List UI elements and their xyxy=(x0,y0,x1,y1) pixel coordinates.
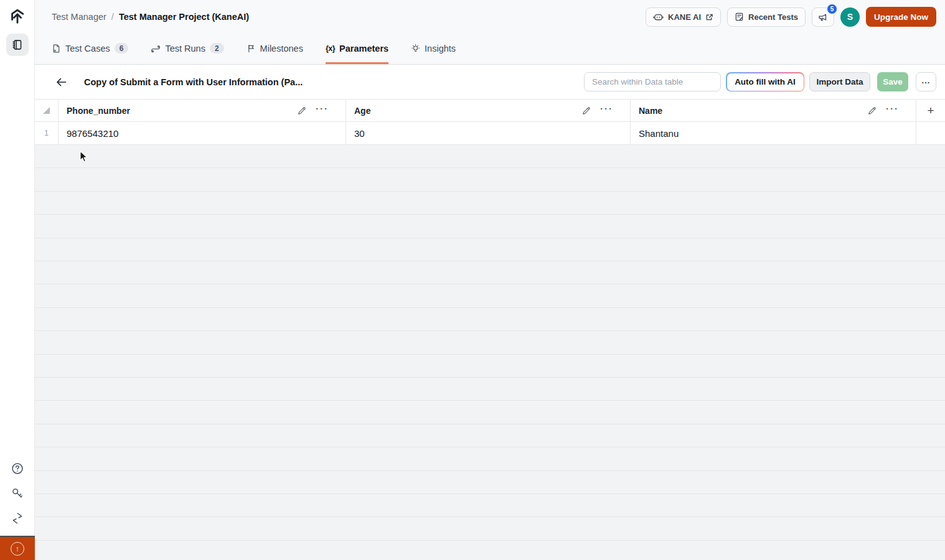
header-actions: KANE AI Recent Tests 5 xyxy=(646,7,936,27)
insights-bulb-icon xyxy=(411,44,420,54)
tab-label: Parameters xyxy=(339,44,388,54)
add-column-cell[interactable]: + xyxy=(916,100,945,121)
tab-label: Test Cases xyxy=(65,44,110,54)
robot-icon xyxy=(653,12,664,21)
add-column-icon: + xyxy=(927,105,934,116)
import-data-button[interactable]: Import Data xyxy=(809,72,870,91)
column-menu-icon[interactable]: ··· xyxy=(886,106,899,116)
kane-ai-button[interactable]: KANE AI xyxy=(646,7,721,27)
select-all-triangle-icon xyxy=(43,107,50,114)
help-circle-icon xyxy=(11,462,24,475)
back-button[interactable] xyxy=(54,75,68,90)
notebook-icon xyxy=(11,39,24,51)
save-button[interactable]: Save xyxy=(877,72,908,91)
search-input[interactable] xyxy=(584,72,721,91)
table-header-row: Phone_number ··· Age ··· Name xyxy=(35,99,945,122)
empty-grid-area[interactable] xyxy=(35,145,945,560)
datatable-title: Copy of Submit a Form with User Informat… xyxy=(84,77,303,87)
edit-column-icon[interactable] xyxy=(581,106,591,116)
edit-column-icon[interactable] xyxy=(867,106,877,116)
column-menu-icon[interactable]: ··· xyxy=(316,106,329,116)
cell-phone-number[interactable]: 9876543210 xyxy=(59,122,346,144)
announcements-button[interactable]: 5 xyxy=(812,7,834,27)
kane-ai-label: KANE AI xyxy=(668,12,701,22)
tab-insights[interactable]: Insights xyxy=(411,35,456,64)
upgrade-now-button[interactable]: Upgrade Now xyxy=(866,7,936,27)
column-title: Name xyxy=(631,106,867,116)
test-manager-app: ↑ Test Manager / Test Manager Project (K… xyxy=(0,0,945,560)
recent-tests-icon xyxy=(735,12,744,22)
megaphone-icon xyxy=(817,12,828,22)
sidebar-item-test-manager[interactable] xyxy=(6,34,29,56)
datatable-toolbar: Copy of Submit a Form with User Informat… xyxy=(35,65,945,99)
breadcrumb-separator: / xyxy=(111,12,114,22)
breadcrumb-test-manager[interactable]: Test Manager xyxy=(52,12,106,22)
arrow-up-circle-icon: ↑ xyxy=(11,542,24,556)
arrow-left-icon xyxy=(55,77,67,87)
parameters-fx-icon: {x} xyxy=(326,44,335,53)
column-header-name[interactable]: Name ··· xyxy=(631,100,916,121)
select-all-cell[interactable] xyxy=(35,100,59,121)
row-number[interactable]: 1 xyxy=(35,122,59,144)
milestones-flag-icon xyxy=(247,44,256,54)
column-menu-icon[interactable]: ··· xyxy=(600,106,613,116)
tab-milestones[interactable]: Milestones xyxy=(247,35,303,64)
external-link-icon xyxy=(705,13,713,21)
tab-parameters[interactable]: {x} Parameters xyxy=(326,35,388,64)
toolbar-more-button[interactable]: ... xyxy=(916,72,936,91)
column-title: Phone_number xyxy=(59,106,297,116)
help-button[interactable] xyxy=(10,461,25,476)
test-cases-icon xyxy=(52,44,61,54)
column-tools: ··· xyxy=(297,106,346,116)
notification-badge: 5 xyxy=(827,4,837,14)
column-tools: ··· xyxy=(581,106,630,116)
cell-empty xyxy=(916,122,945,144)
column-tools: ··· xyxy=(867,106,916,116)
tab-test-runs[interactable]: Test Runs 2 xyxy=(151,35,223,64)
diamond-s-icon xyxy=(11,511,24,525)
integrations-button[interactable] xyxy=(10,511,25,526)
rail-upgrade-button[interactable]: ↑ xyxy=(0,536,35,560)
lambdatest-logo-icon[interactable] xyxy=(8,7,27,26)
edit-column-icon[interactable] xyxy=(297,106,307,116)
cell-name[interactable]: Shantanu xyxy=(631,122,916,144)
column-title: Age xyxy=(346,106,581,116)
tab-count-badge: 2 xyxy=(210,43,224,54)
breadcrumb: Test Manager / Test Manager Project (Kan… xyxy=(52,12,249,22)
top-bar: Test Manager / Test Manager Project (Kan… xyxy=(35,0,945,65)
cell-age[interactable]: 30 xyxy=(346,122,631,144)
recent-tests-button[interactable]: Recent Tests xyxy=(727,7,806,27)
tab-bar: Test Cases 6 Test Runs 2 xyxy=(52,35,456,64)
column-header-age[interactable]: Age ··· xyxy=(346,100,631,121)
tab-test-cases[interactable]: Test Cases 6 xyxy=(52,35,128,64)
tab-count-badge: 6 xyxy=(115,43,129,54)
access-key-button[interactable] xyxy=(10,486,25,501)
table-row: 1 9876543210 30 Shantanu xyxy=(35,122,945,145)
auto-fill-label: Auto fill with AI xyxy=(727,73,804,91)
left-rail: ↑ xyxy=(0,0,35,560)
avatar[interactable]: S xyxy=(840,7,860,27)
tab-label: Milestones xyxy=(260,44,303,54)
key-icon xyxy=(11,487,24,500)
tab-label: Test Runs xyxy=(165,44,205,54)
column-header-phone-number[interactable]: Phone_number ··· xyxy=(59,100,346,121)
breadcrumb-project: Test Manager Project (KaneAI) xyxy=(119,12,249,22)
test-runs-icon xyxy=(151,44,161,53)
auto-fill-with-ai-button[interactable]: Auto fill with AI xyxy=(726,72,804,91)
recent-tests-label: Recent Tests xyxy=(748,12,798,22)
tab-label: Insights xyxy=(425,44,456,54)
